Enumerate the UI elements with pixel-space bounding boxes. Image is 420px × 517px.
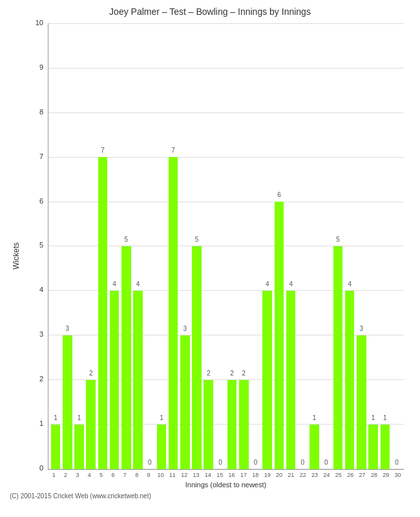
bar-group: 1 xyxy=(308,23,320,469)
bar-value-label: 4 xyxy=(348,280,352,288)
bar-value-label: 5 xyxy=(336,236,340,243)
x-label: 18 xyxy=(249,472,261,478)
bar: 1 xyxy=(51,425,61,469)
bar: 2 xyxy=(86,380,96,469)
x-labels: 1234567891011121314151617181920212223242… xyxy=(48,472,404,478)
x-label: 4 xyxy=(83,472,95,478)
x-label: 9 xyxy=(143,472,154,478)
bar-value-label: 2 xyxy=(230,370,234,377)
bar-value-label: 4 xyxy=(266,280,269,288)
bar-value-label: 3 xyxy=(360,325,364,332)
bar-group: 0 xyxy=(249,23,261,469)
bar: 3 xyxy=(180,335,190,469)
bar-value-label: 5 xyxy=(195,236,199,243)
bar: 2 xyxy=(239,380,249,469)
bar: 3 xyxy=(63,335,72,469)
bar-value-label: 2 xyxy=(89,370,93,377)
bar-value-label: 0 xyxy=(395,459,399,466)
bar: 1 xyxy=(74,425,84,469)
bar: 5 xyxy=(192,246,202,469)
bars-container: 131274540173520220464010543110 xyxy=(48,23,404,469)
bar-value-label: 1 xyxy=(313,414,317,421)
bar-value-label: 0 xyxy=(254,459,258,466)
x-label: 23 xyxy=(309,472,320,478)
bar-group: 4 xyxy=(132,23,143,469)
bar-group: 4 xyxy=(344,23,355,469)
bar-value-label: 0 xyxy=(301,459,305,466)
x-label: 22 xyxy=(297,472,309,478)
bar-value-label: 4 xyxy=(136,280,140,288)
bar: 4 xyxy=(286,291,296,469)
chart-title: Joey Palmer – Test – Bowling – Innings b… xyxy=(109,6,311,17)
x-label: 21 xyxy=(285,472,297,478)
bar-value-label: 6 xyxy=(277,191,281,198)
bar: 1 xyxy=(381,425,390,469)
bar-group: 2 xyxy=(85,23,97,469)
bar-value-label: 4 xyxy=(112,280,116,288)
bar-value-label: 1 xyxy=(383,414,387,421)
x-label: 24 xyxy=(320,472,332,478)
bar-value-label: 1 xyxy=(54,414,58,421)
x-label: 25 xyxy=(333,472,344,478)
bar: 4 xyxy=(345,291,355,469)
x-label: 2 xyxy=(59,472,71,478)
bar-group: 4 xyxy=(285,23,297,469)
x-label: 1 xyxy=(48,472,59,478)
bar: 2 xyxy=(227,380,237,469)
x-label: 5 xyxy=(95,472,107,478)
bar: 7 xyxy=(98,157,108,469)
x-label: 14 xyxy=(202,472,214,478)
bar-value-label: 0 xyxy=(148,459,152,466)
bar: 6 xyxy=(275,202,284,469)
x-axis-title: Innings (oldest to newest) xyxy=(48,481,404,489)
bar: 7 xyxy=(169,157,178,469)
bar: 4 xyxy=(110,291,120,469)
bar-group: 2 xyxy=(226,23,238,469)
bar-group: 4 xyxy=(262,23,273,469)
bar: 4 xyxy=(262,291,272,469)
plot-area: 109876543210 131274540173520220464010543… xyxy=(48,23,404,470)
x-label: 15 xyxy=(214,472,226,478)
x-label: 8 xyxy=(131,472,143,478)
bar-value-label: 5 xyxy=(125,236,129,243)
bar: 2 xyxy=(204,380,213,469)
bar-value-label: 0 xyxy=(324,459,328,466)
bar-value-label: 1 xyxy=(78,414,81,421)
x-label: 7 xyxy=(119,472,131,478)
bar-group: 2 xyxy=(203,23,215,469)
bar-value-label: 2 xyxy=(207,370,211,377)
x-label: 19 xyxy=(261,472,273,478)
bar-group: 7 xyxy=(97,23,109,469)
x-label: 28 xyxy=(368,472,380,478)
bar-group: 3 xyxy=(355,23,367,469)
bar-group: 1 xyxy=(367,23,379,469)
bar-group: 7 xyxy=(167,23,179,469)
bar-value-label: 0 xyxy=(218,459,222,466)
x-label: 3 xyxy=(72,472,83,478)
bar-group: 0 xyxy=(320,23,332,469)
bar: 1 xyxy=(157,425,167,469)
bar-group: 0 xyxy=(215,23,226,469)
x-label: 30 xyxy=(392,472,403,478)
x-label: 20 xyxy=(273,472,285,478)
copyright: (C) 2001-2015 Cricket Web (www.cricketwe… xyxy=(10,492,410,500)
bar: 4 xyxy=(133,291,143,469)
bar: 5 xyxy=(121,246,131,469)
x-label: 17 xyxy=(238,472,249,478)
bar-group: 5 xyxy=(191,23,202,469)
x-label: 29 xyxy=(380,472,392,478)
bar-group: 2 xyxy=(238,23,249,469)
bar-group: 3 xyxy=(61,23,73,469)
bar: 1 xyxy=(368,425,378,469)
x-label: 16 xyxy=(226,472,237,478)
bar-group: 4 xyxy=(109,23,120,469)
bar-value-label: 2 xyxy=(242,370,246,377)
bar-group: 1 xyxy=(156,23,167,469)
x-label: 27 xyxy=(356,472,368,478)
bar-value-label: 4 xyxy=(289,280,293,288)
bar-group: 0 xyxy=(297,23,308,469)
bar-group: 0 xyxy=(144,23,156,469)
x-label: 11 xyxy=(167,472,178,478)
bar: 3 xyxy=(357,335,366,469)
bar-value-label: 1 xyxy=(160,414,163,421)
